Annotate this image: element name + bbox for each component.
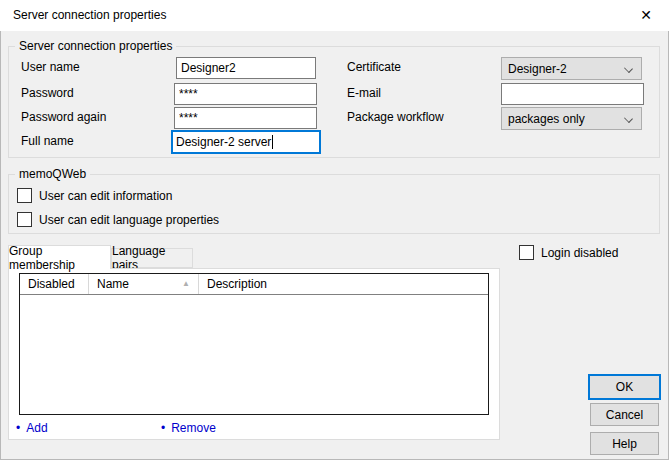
column-header-name[interactable]: Name ▲ xyxy=(89,274,199,294)
server-group-legend: Server connection properties xyxy=(15,39,176,53)
certificate-label: Certificate xyxy=(347,60,401,74)
ok-button[interactable]: OK xyxy=(588,374,661,400)
user-name-input[interactable] xyxy=(176,57,316,79)
package-workflow-dropdown[interactable]: packages only xyxy=(501,107,642,130)
edit-information-checkbox-row: User can edit information xyxy=(17,188,172,203)
chevron-down-icon xyxy=(624,114,633,123)
add-link-label: Add xyxy=(26,421,47,435)
remove-link[interactable]: • Remove xyxy=(161,421,216,435)
login-disabled-row: Login disabled xyxy=(519,245,618,260)
chevron-down-icon xyxy=(624,64,633,73)
help-button[interactable]: Help xyxy=(590,432,659,455)
table-header-row: Disabled Name ▲ Description xyxy=(20,274,488,295)
memoqweb-groupbox: memoQWeb User can edit information User … xyxy=(8,174,660,234)
package-workflow-dropdown-value: packages only xyxy=(508,112,585,126)
edit-language-checkbox-row: User can edit language properties xyxy=(17,212,219,227)
title-bar: Server connection properties ✕ xyxy=(0,0,669,31)
package-workflow-label: Package workflow xyxy=(347,110,444,124)
full-name-label: Full name xyxy=(21,134,74,148)
edit-language-checkbox[interactable] xyxy=(17,212,32,227)
password-again-label: Password again xyxy=(21,110,106,124)
column-header-disabled[interactable]: Disabled xyxy=(20,274,89,294)
server-connection-groupbox: Server connection properties User name P… xyxy=(8,46,660,158)
edit-information-checkbox[interactable] xyxy=(17,188,32,203)
column-header-description[interactable]: Description xyxy=(199,274,488,294)
group-membership-table: Disabled Name ▲ Description xyxy=(19,273,489,415)
tab-language-pairs[interactable]: Language pairs xyxy=(111,248,193,268)
certificate-dropdown-value: Designer-2 xyxy=(508,62,567,76)
email-input[interactable] xyxy=(501,83,644,105)
table-body-empty[interactable] xyxy=(20,295,488,414)
memoqweb-legend: memoQWeb xyxy=(15,167,90,181)
cancel-button[interactable]: Cancel xyxy=(590,403,659,426)
password-label: Password xyxy=(21,86,74,100)
user-name-label: User name xyxy=(21,60,80,74)
bullet-icon: • xyxy=(16,421,20,435)
full-name-input[interactable] xyxy=(171,130,321,154)
password-again-input[interactable] xyxy=(174,107,317,129)
edit-language-label: User can edit language properties xyxy=(39,213,219,227)
remove-link-label: Remove xyxy=(171,421,216,435)
sort-ascending-icon: ▲ xyxy=(182,279,190,288)
group-membership-tabpage: Disabled Name ▲ Description • Add • Remo… xyxy=(8,268,500,440)
email-label: E-mail xyxy=(347,86,381,100)
bullet-icon: • xyxy=(161,421,165,435)
tab-group-membership[interactable]: Group membership xyxy=(8,245,111,269)
login-disabled-label: Login disabled xyxy=(541,246,618,260)
server-connection-properties-dialog: Server connection properties ✕ Server co… xyxy=(0,0,669,460)
text-cursor xyxy=(272,135,273,149)
add-link[interactable]: • Add xyxy=(16,421,48,435)
close-icon[interactable]: ✕ xyxy=(623,0,669,30)
login-disabled-checkbox[interactable] xyxy=(519,245,534,260)
full-name-field-wrapper xyxy=(171,130,321,154)
window-title: Server connection properties xyxy=(13,8,166,22)
password-input[interactable] xyxy=(174,83,317,105)
edit-information-label: User can edit information xyxy=(39,189,172,203)
tab-group-membership-label: Group membership xyxy=(9,244,110,272)
certificate-dropdown[interactable]: Designer-2 xyxy=(501,57,642,80)
